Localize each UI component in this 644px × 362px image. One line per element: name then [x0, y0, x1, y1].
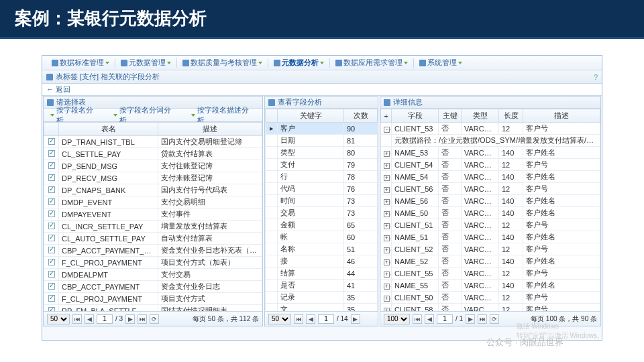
expand-icon[interactable]: + [384, 151, 390, 157]
expand-icon[interactable]: - [384, 127, 390, 133]
table-row[interactable]: +NAME_52否VARCHA…140客户姓名 [381, 255, 600, 267]
checkbox[interactable] [48, 186, 55, 193]
table-row[interactable]: CL_INCR_SETTLE_PAY增量发放支付结算表 [44, 221, 262, 233]
table-row[interactable]: 日期81 [266, 135, 378, 147]
table-row[interactable]: F_CL_PROJ_PAYMENT项目支付方式 [44, 293, 262, 305]
expand-icon[interactable]: + [384, 296, 390, 302]
expand-icon[interactable]: + [384, 235, 390, 241]
table-row[interactable]: -CLIENT_53否VARCHA…12客户号 [381, 123, 600, 135]
checkbox[interactable] [48, 174, 55, 181]
menu-item[interactable]: 数据质量与考核管理 [177, 58, 268, 68]
table-row[interactable]: CL_AUTO_SETTLE_PAY自动支付结算表 [44, 233, 262, 245]
table-row[interactable]: CL_SETTLE_PAY贷款支付结算表 [44, 148, 262, 160]
checkbox[interactable] [48, 283, 55, 290]
table-row[interactable]: ▸客户90 [266, 123, 378, 135]
table-row[interactable]: +NAME_55否VARCHA…140客户姓名 [381, 280, 600, 292]
table-row[interactable]: 支付79 [266, 159, 378, 171]
table-row[interactable]: DP_CNAPS_BANK国内支付行号代码表 [44, 184, 262, 196]
page-input[interactable] [437, 314, 453, 324]
first-page-button[interactable]: ⏮ [413, 314, 422, 324]
table-row[interactable]: +NAME_53否VARCHA…140客户姓名 [381, 147, 600, 159]
table-row[interactable]: +CLIENT_54否VARCHA…12客户号 [381, 159, 600, 171]
page-size[interactable]: 100 [384, 314, 410, 324]
table-row[interactable]: +CLIENT_50否VARCHA…12客户号 [381, 292, 600, 304]
prev-page-button[interactable]: ◀ [425, 314, 434, 324]
table-row[interactable]: +NAME_50否VARCHA…140客户姓名 [381, 207, 600, 219]
last-page-button[interactable]: ⏭ [478, 314, 487, 324]
table-row[interactable]: 行78 [266, 171, 378, 183]
table-row[interactable]: DMDP_EVENT支付交易明细 [44, 196, 262, 208]
back-button[interactable]: ← 返回 [42, 84, 602, 96]
prev-page-button[interactable]: ◀ [85, 314, 94, 324]
next-page-button[interactable]: ▶ [466, 314, 475, 324]
table-row[interactable]: 是否41 [266, 280, 378, 292]
table-row[interactable]: DMPAYEVENT支付事件 [44, 208, 262, 221]
table-row[interactable]: DMDEALPMT支付交易 [44, 269, 262, 281]
table-row[interactable]: +CLIENT_51否VARCHA…12客户号 [381, 219, 600, 231]
table-row[interactable]: 记录35 [266, 292, 378, 304]
table-row[interactable]: RP_FM_BLA_SETTLE国结支付情况明细表 [44, 305, 262, 312]
table-row[interactable]: +NAME_54否VARCHA…140客户姓名 [381, 171, 600, 183]
help-icon[interactable]: ? [594, 73, 598, 81]
refresh-button[interactable]: ⟳ [490, 314, 499, 324]
menu-item[interactable]: 元数据管理 [115, 58, 176, 68]
table-row[interactable]: DP_RECV_MSG支付来账登记簿 [44, 172, 262, 184]
table-row[interactable]: 接46 [266, 255, 378, 267]
table-row[interactable]: CBP_ACCT_PAYMENT资金支付业务日志 [44, 281, 262, 293]
expand-icon[interactable]: + [384, 284, 390, 290]
checkbox[interactable] [48, 295, 55, 302]
checkbox[interactable] [48, 259, 55, 265]
table-list-scroll[interactable]: 表名描述 DP_TRAN_HIST_TBL国内支付交易明细登记簿CL_SETTL… [44, 122, 262, 311]
keyword-scroll[interactable]: 关键字次数 ▸客户90日期81类型80支付79行78代码76时间73交易73金额… [265, 109, 378, 311]
table-row[interactable]: +CLIENT_52否VARCHA…12客户号 [381, 243, 600, 255]
checkbox[interactable] [48, 210, 55, 217]
checkbox[interactable] [48, 271, 55, 278]
last-page-button[interactable]: ⏭ [138, 314, 147, 324]
expand-icon[interactable]: + [384, 259, 390, 265]
table-row[interactable]: +CLIENT_55否VARCHA…12客户号 [381, 267, 600, 280]
page-size[interactable]: 50 [268, 314, 291, 324]
table-row[interactable]: 帐60 [266, 231, 378, 243]
first-page-button[interactable]: ⏮ [72, 314, 82, 324]
refresh-button[interactable]: ⟳ [150, 314, 159, 324]
page-input[interactable] [97, 314, 113, 324]
table-row[interactable]: 代码76 [266, 183, 378, 195]
menu-item[interactable]: 数据应用需求管理 [330, 58, 413, 68]
next-page-button[interactable]: ▶ [125, 314, 135, 324]
checkbox[interactable] [48, 235, 55, 241]
checkbox[interactable] [48, 223, 55, 229]
detail-scroll[interactable]: +字段主键类型长度描述 -CLIENT_53否VARCHA…12客户号元数据路径… [380, 109, 600, 311]
table-row[interactable]: +NAME_56否VARCHA…140客户姓名 [381, 195, 600, 207]
table-row[interactable]: 结算44 [266, 267, 378, 280]
table-row[interactable]: +CLIENT_58否VARCHA…12客户号 [381, 304, 600, 312]
checkbox[interactable] [48, 307, 55, 312]
checkbox[interactable] [48, 162, 55, 169]
table-row[interactable]: +NAME_51否VARCHA…140客户姓名 [381, 231, 600, 243]
prev-page-button[interactable]: ◀ [306, 314, 315, 324]
expand-icon[interactable]: + [384, 272, 390, 278]
table-row[interactable]: 文35 [266, 304, 378, 312]
table-row[interactable]: 金额65 [266, 219, 378, 231]
checkbox[interactable] [48, 247, 55, 253]
checkbox[interactable] [48, 198, 55, 205]
expand-icon[interactable]: + [384, 187, 390, 193]
table-row[interactable]: 类型80 [266, 147, 378, 159]
table-row[interactable]: DP_TRAN_HIST_TBL国内支付交易明细登记簿 [44, 136, 262, 148]
table-row[interactable]: +CLIENT_56否VARCHA…12客户号 [381, 183, 600, 195]
menu-item[interactable]: 元数据分析 [268, 58, 329, 68]
table-row[interactable]: CBP_ACCT_PAYMENT_ATT资金支付业务日志补充表（核心披… [44, 245, 262, 257]
table-row[interactable]: 名称51 [266, 243, 378, 255]
checkbox[interactable] [48, 150, 55, 157]
expand-icon[interactable]: + [384, 199, 390, 205]
table-row[interactable]: 交易73 [266, 207, 378, 219]
expand-icon[interactable]: + [384, 163, 390, 169]
checkbox[interactable] [48, 138, 55, 145]
expand-icon[interactable]: + [384, 223, 390, 229]
page-size[interactable]: 50 [47, 314, 70, 324]
menu-item[interactable]: 系统管理 [414, 58, 468, 68]
table-row[interactable]: DP_SEND_MSG支付往账登记簿 [44, 160, 262, 172]
table-row[interactable]: F_CL_PROJ_PAYMENT项目支付方式（加表） [44, 257, 262, 269]
menu-item[interactable]: 数据标准管理 [46, 58, 115, 68]
expand-icon[interactable]: + [384, 175, 390, 181]
expand-icon[interactable]: + [384, 247, 390, 253]
